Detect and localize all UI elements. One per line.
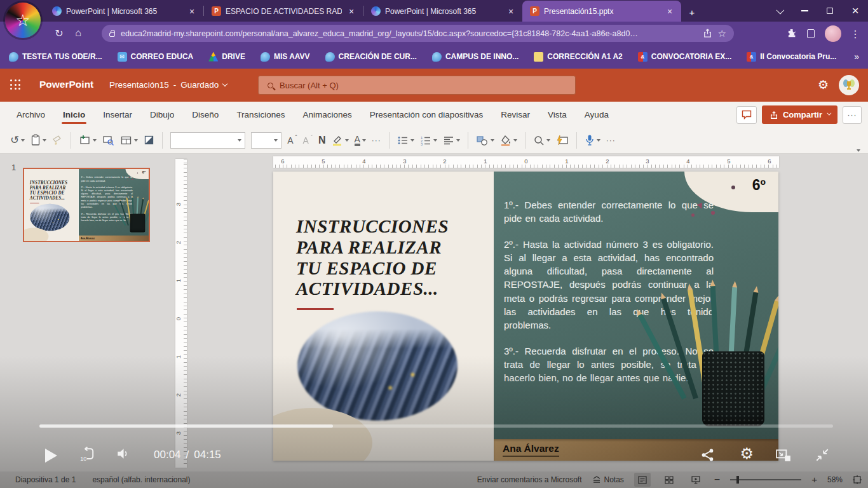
font-name-select[interactable] xyxy=(170,132,245,149)
bookmark-item[interactable]: MIS AAVV xyxy=(261,52,310,62)
zoom-out-button[interactable]: − xyxy=(714,477,720,483)
slideshow-view-button[interactable] xyxy=(688,473,704,487)
dictate-button[interactable] xyxy=(585,134,600,146)
app-name[interactable]: PowerPoint xyxy=(39,79,93,90)
increase-font-button[interactable]: Aˆ xyxy=(287,135,297,146)
more-font-options-button[interactable]: ··· xyxy=(372,136,381,145)
find-button[interactable] xyxy=(533,135,550,146)
slide-title[interactable]: INSTRUCCIONES PARA REALIZAR TU ESPACIO D… xyxy=(296,216,474,299)
extensions-puzzle-icon[interactable] xyxy=(787,28,797,39)
browser-tab-active[interactable]: P Presentación15.pptx × xyxy=(522,1,681,22)
exit-fullscreen-button[interactable] xyxy=(815,447,830,463)
align-button[interactable] xyxy=(443,135,460,146)
font-size-select[interactable] xyxy=(251,132,281,149)
play-button[interactable] xyxy=(42,446,60,465)
slide-thumbnail[interactable]: INSTRUCCIONES PARA REALIZAR TU ESPACIO D… xyxy=(23,168,150,242)
feedback-link[interactable]: Enviar comentarios a Microsoft xyxy=(477,475,582,484)
ribbon-tab-dibujo[interactable]: Dibujo xyxy=(141,104,183,125)
close-window-button[interactable]: × xyxy=(843,1,868,20)
bookmark-item[interactable]: CREACIÓN DE CUR... xyxy=(325,52,417,62)
tab-search-chevron-icon[interactable] xyxy=(766,1,792,20)
fit-to-window-button[interactable] xyxy=(853,475,862,484)
zoom-slider[interactable] xyxy=(730,479,801,480)
highlighter-button[interactable] xyxy=(332,135,349,146)
app-launcher-waffle-icon[interactable] xyxy=(10,79,21,90)
bookmark-item[interactable]: TESTEA TUS ODE/R... xyxy=(9,52,102,62)
video-share-button[interactable] xyxy=(700,447,715,463)
video-progress-bar[interactable] xyxy=(39,424,833,428)
format-painter-button[interactable] xyxy=(52,135,63,146)
mixing-console-photo[interactable] xyxy=(30,204,69,231)
bookmark-item[interactable]: CAMPUS DE INNO... xyxy=(432,52,519,62)
paste-button[interactable] xyxy=(31,134,46,146)
mixing-console-photo[interactable] xyxy=(297,311,458,421)
browser-tab-2[interactable]: P ESPACIO DE ACTIVIDADES RADIO × xyxy=(204,1,363,22)
language-label[interactable]: español (alfab. internacional) xyxy=(92,475,190,484)
more-toolbar-button[interactable]: ··· xyxy=(606,136,616,145)
numbering-button[interactable]: 123 xyxy=(420,135,437,146)
ribbon-tab-animaciones[interactable]: Animaciones xyxy=(294,104,360,125)
ribbon-tab-vista[interactable]: Vista xyxy=(539,104,576,125)
home-icon[interactable]: ⌂ xyxy=(69,27,88,39)
slide-title[interactable]: INSTRUCCIONES PARA REALIZAR TU ESPACIO D… xyxy=(30,180,74,201)
new-slide-button[interactable] xyxy=(79,135,97,146)
picture-in-picture-button[interactable] xyxy=(775,447,792,463)
notes-toggle[interactable]: Notas xyxy=(592,475,624,484)
ribbon-tab-inicio[interactable]: Inicio xyxy=(54,104,94,125)
document-title[interactable]: Presentación15 - Guardado xyxy=(109,80,227,90)
bookmark-item[interactable]: &II Convocatoria Pru... xyxy=(747,52,836,62)
slide-canvas[interactable]: INSTRUCCIONES PARA REALIZAR TU ESPACIO D… xyxy=(273,172,778,461)
zoom-level-label[interactable]: 58% xyxy=(827,475,843,484)
address-bar[interactable]: educa2madrid-my.sharepoint.com/personal/… xyxy=(102,25,734,42)
volume-button[interactable] xyxy=(116,446,131,461)
layout-button[interactable] xyxy=(120,135,138,146)
bookmark-item[interactable]: ✉CORREO EDUCA xyxy=(118,52,194,62)
settings-gear-icon[interactable]: ⚙ xyxy=(818,78,829,92)
browser-menu-icon[interactable]: ⋮ xyxy=(850,28,860,40)
font-color-button[interactable]: A xyxy=(355,135,366,146)
browser-tab-3[interactable]: PowerPoint | Microsoft 365 × xyxy=(363,1,522,22)
account-avatar[interactable] xyxy=(839,75,859,95)
new-tab-button[interactable]: + xyxy=(681,3,703,22)
ribbon-tab-revisar[interactable]: Revisar xyxy=(492,104,539,125)
zoom-slider-handle[interactable] xyxy=(736,476,739,484)
minimize-window-button[interactable] xyxy=(792,1,817,20)
share-page-icon[interactable] xyxy=(703,29,712,38)
reload-icon[interactable]: ↻ xyxy=(50,27,69,39)
shapes-button[interactable] xyxy=(476,135,494,146)
share-button[interactable]: Compartir xyxy=(762,105,837,124)
reuse-slides-button[interactable] xyxy=(102,135,114,146)
ribbon-tab-archivo[interactable]: Archivo xyxy=(8,104,54,125)
shape-fill-button[interactable] xyxy=(500,135,517,146)
video-settings-button[interactable]: ⚙ xyxy=(740,445,754,463)
browser-tab-1[interactable]: PowerPoint | Microsoft 365 × xyxy=(44,1,203,22)
search-input[interactable]: Buscar (Alt + Q) xyxy=(258,76,576,95)
bookmark-item[interactable]: DRIVE xyxy=(208,52,245,62)
bold-button[interactable]: N xyxy=(318,135,326,146)
bookmark-item[interactable]: &CONVOCATORIA EX... xyxy=(638,52,731,62)
designer-button[interactable] xyxy=(556,135,569,146)
undo-button[interactable]: ↺ xyxy=(10,133,25,147)
close-tab-icon[interactable]: × xyxy=(506,7,516,16)
comments-button[interactable] xyxy=(736,106,757,124)
restore-window-button[interactable] xyxy=(817,1,843,20)
bookmark-star-icon[interactable]: ☆ xyxy=(718,28,726,39)
designer-theme-button[interactable] xyxy=(144,135,154,146)
ribbon-tab-transiciones[interactable]: Transiciones xyxy=(227,104,294,125)
zoom-in-button[interactable]: + xyxy=(811,477,817,483)
normal-view-button[interactable] xyxy=(634,473,651,487)
ribbon-tab-ayuda[interactable]: Ayuda xyxy=(576,104,618,125)
ribbon-tab-insertar[interactable]: Insertar xyxy=(94,104,141,125)
collapse-ribbon-chevron[interactable] xyxy=(857,145,860,156)
browser-profile-avatar[interactable] xyxy=(825,25,841,42)
decrease-font-button[interactable]: Aˇ xyxy=(303,135,313,146)
close-tab-icon[interactable]: × xyxy=(346,7,356,16)
close-tab-icon[interactable]: × xyxy=(665,7,675,16)
url-text[interactable]: educa2madrid-my.sharepoint.com/personal/… xyxy=(121,29,697,38)
ribbon-tab-diseno[interactable]: Diseño xyxy=(183,104,227,125)
bookmark-item[interactable]: CORRECCIÓN A1 A2 xyxy=(534,52,622,62)
close-tab-icon[interactable]: × xyxy=(187,7,197,16)
more-commands-button[interactable]: ··· xyxy=(843,106,862,124)
rewind-10-button[interactable]: 10 xyxy=(79,446,95,463)
bullets-button[interactable] xyxy=(397,135,414,146)
